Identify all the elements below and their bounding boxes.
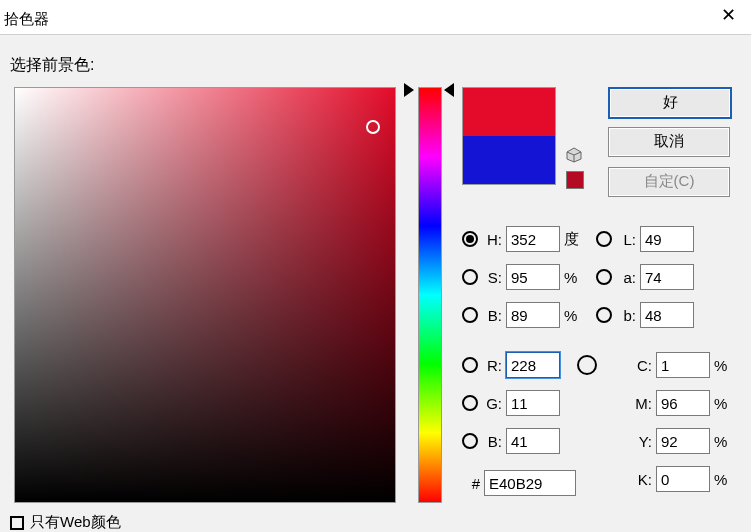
ok-button[interactable]: 好 bbox=[608, 87, 732, 119]
unit-C: % bbox=[714, 357, 734, 374]
radio-R[interactable] bbox=[462, 357, 478, 373]
label-R: R: bbox=[482, 357, 502, 374]
label-sat: S: bbox=[482, 269, 502, 286]
input-sat[interactable] bbox=[506, 264, 560, 290]
label-K: K: bbox=[632, 471, 652, 488]
row-a: a: bbox=[596, 263, 698, 291]
close-button[interactable]: ✕ bbox=[705, 0, 751, 34]
input-hex[interactable] bbox=[484, 470, 576, 496]
row-K: K: % bbox=[632, 465, 734, 493]
label-C: C: bbox=[632, 357, 652, 374]
row-M: M: % bbox=[632, 389, 734, 417]
label-G: G: bbox=[482, 395, 502, 412]
input-b[interactable] bbox=[640, 302, 694, 328]
label-Blue: B: bbox=[482, 433, 502, 450]
unit-hue: 度 bbox=[564, 230, 584, 249]
hue-pointer-left-icon bbox=[404, 83, 414, 97]
row-Y: Y: % bbox=[632, 427, 734, 455]
label-Y: Y: bbox=[632, 433, 652, 450]
cursor-circle-icon bbox=[577, 355, 597, 375]
input-a[interactable] bbox=[640, 264, 694, 290]
gamut-warning-swatch[interactable] bbox=[566, 171, 584, 189]
row-G: G: bbox=[462, 389, 564, 417]
input-bright[interactable] bbox=[506, 302, 560, 328]
custom-button[interactable]: 自定(C) bbox=[608, 167, 730, 197]
color-preview bbox=[462, 87, 556, 185]
row-L: L: bbox=[596, 225, 698, 253]
new-color-swatch[interactable] bbox=[463, 88, 555, 136]
unit-K: % bbox=[714, 471, 734, 488]
input-C[interactable] bbox=[656, 352, 710, 378]
current-color-swatch[interactable] bbox=[463, 136, 555, 184]
radio-G[interactable] bbox=[462, 395, 478, 411]
input-Blue[interactable] bbox=[506, 428, 560, 454]
input-R[interactable] bbox=[506, 352, 560, 378]
row-b: b: bbox=[596, 301, 698, 329]
input-hue[interactable] bbox=[506, 226, 560, 252]
radio-Blue[interactable] bbox=[462, 433, 478, 449]
hue-slider[interactable] bbox=[418, 87, 442, 503]
row-R: R: bbox=[462, 351, 564, 379]
input-G[interactable] bbox=[506, 390, 560, 416]
radio-bright[interactable] bbox=[462, 307, 478, 323]
close-icon: ✕ bbox=[721, 5, 736, 25]
row-C: C: % bbox=[632, 351, 734, 379]
radio-b[interactable] bbox=[596, 307, 612, 323]
row-sat: S: % bbox=[462, 263, 584, 291]
web-only-row: 只有Web颜色 bbox=[10, 513, 121, 532]
dialog-body: 选择前景色: 好 取消 自定(C) H: 度 S: % B: % L: bbox=[0, 35, 751, 532]
radio-hue[interactable] bbox=[462, 231, 478, 247]
label-L: L: bbox=[616, 231, 636, 248]
hue-pointer-right-icon bbox=[444, 83, 454, 97]
label-a: a: bbox=[616, 269, 636, 286]
web-only-checkbox[interactable] bbox=[10, 516, 24, 530]
cancel-button[interactable]: 取消 bbox=[608, 127, 730, 157]
unit-sat: % bbox=[564, 269, 584, 286]
label-hue: H: bbox=[482, 231, 502, 248]
radio-a[interactable] bbox=[596, 269, 612, 285]
saturation-value-field[interactable] bbox=[14, 87, 396, 503]
unit-M: % bbox=[714, 395, 734, 412]
input-Y[interactable] bbox=[656, 428, 710, 454]
unit-Y: % bbox=[714, 433, 734, 450]
input-M[interactable] bbox=[656, 390, 710, 416]
sv-cursor-icon bbox=[366, 120, 380, 134]
label-M: M: bbox=[632, 395, 652, 412]
input-K[interactable] bbox=[656, 466, 710, 492]
unit-bright: % bbox=[564, 307, 584, 324]
row-hue: H: 度 bbox=[462, 225, 584, 253]
input-L[interactable] bbox=[640, 226, 694, 252]
window-title: 拾色器 bbox=[4, 2, 49, 36]
titlebar[interactable]: 拾色器 ✕ bbox=[0, 0, 751, 35]
label-b: b: bbox=[616, 307, 636, 324]
row-hex: # bbox=[466, 469, 580, 497]
label-hex: # bbox=[466, 475, 480, 492]
cube-icon[interactable] bbox=[566, 147, 582, 163]
web-only-label: 只有Web颜色 bbox=[30, 513, 121, 532]
row-Blue: B: bbox=[462, 427, 564, 455]
prompt-label: 选择前景色: bbox=[10, 55, 94, 76]
radio-sat[interactable] bbox=[462, 269, 478, 285]
label-bright: B: bbox=[482, 307, 502, 324]
row-bright: B: % bbox=[462, 301, 584, 329]
radio-L[interactable] bbox=[596, 231, 612, 247]
